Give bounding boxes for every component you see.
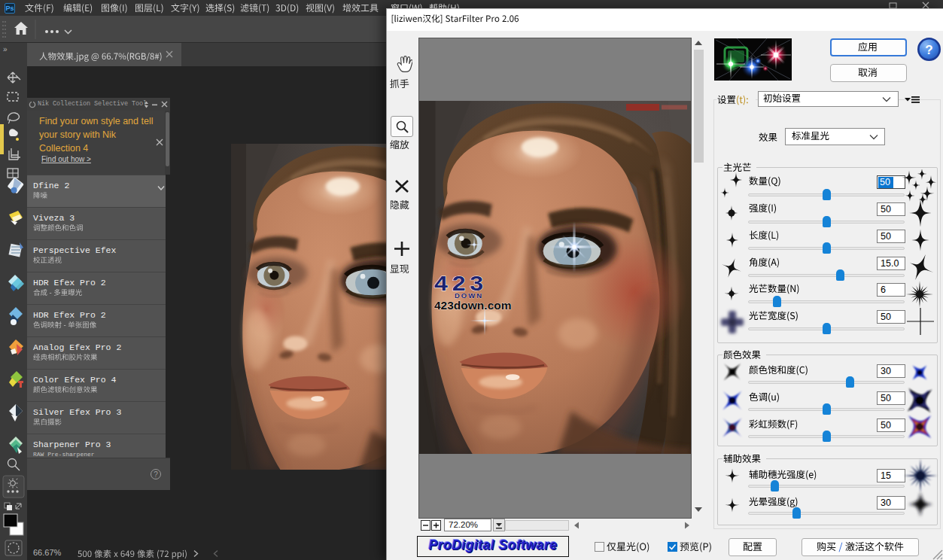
svg-text:?: ? (925, 43, 932, 57)
svg-text:423down.com: 423down.com (434, 299, 512, 312)
